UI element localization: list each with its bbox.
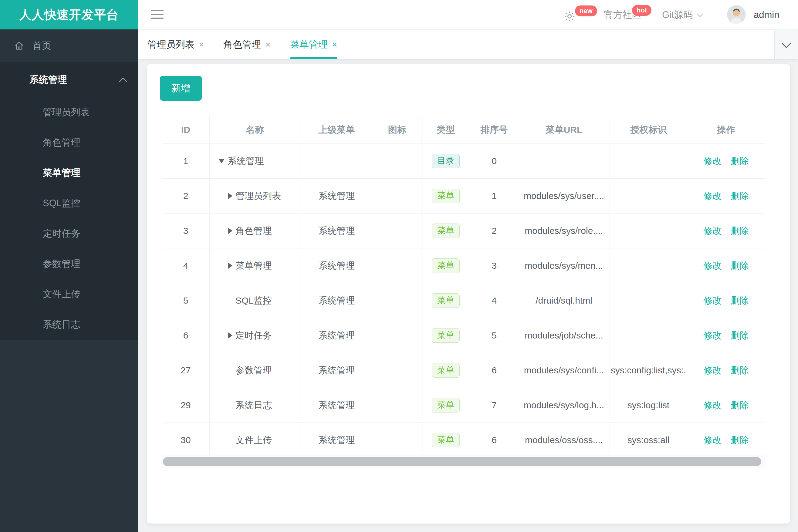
collapse-arrow-icon[interactable] [219,159,224,163]
home-icon [14,40,24,51]
brand-title: 人人快速开发平台 [19,6,119,23]
expand-arrow-icon[interactable] [228,263,233,269]
table-row: 4菜单管理系统管理菜单3modules/sys/men...修改删除 [162,248,765,283]
type-tag: 菜单 [432,398,460,413]
tab-1[interactable]: 角色管理× [224,30,271,59]
avatar[interactable] [727,5,746,24]
expand-arrow-icon[interactable] [228,332,233,339]
menu-name: 系统日志 [236,399,272,412]
cell-type: 菜单 [422,423,470,458]
cell-actions: 修改删除 [687,353,765,388]
cell-parent: 系统管理 [300,423,373,458]
arrow-spacer [228,405,233,405]
arrow-spacer [228,440,233,440]
cell-parent: 系统管理 [300,353,373,388]
delete-link[interactable]: 删除 [731,191,749,201]
edit-link[interactable]: 修改 [703,435,722,445]
sidebar-home-label: 首页 [33,39,51,52]
close-icon[interactable]: × [332,40,337,49]
tree-node: 菜单管理 [210,260,300,272]
type-tag: 菜单 [432,224,460,238]
tree-node: 定时任务 [210,329,300,342]
sidebar-item-home[interactable]: 首页 [0,30,138,62]
column-header-5: 排序号 [470,116,518,144]
cell-parent: 系统管理 [300,283,373,318]
sidebar-item-5[interactable]: 参数管理 [0,249,138,279]
type-tag: 菜单 [432,433,460,448]
sidebar-item-1[interactable]: 角色管理 [0,127,138,158]
delete-link[interactable]: 删除 [731,365,749,375]
menu-toggle-icon[interactable] [151,10,164,21]
delete-link[interactable]: 删除 [731,330,749,340]
cell-url: modules/oss/oss.... [518,423,610,458]
cell-order: 6 [470,423,518,458]
delete-link[interactable]: 删除 [731,435,749,445]
cell-type: 菜单 [422,283,470,318]
sidebar-item-3[interactable]: SQL监控 [0,188,138,218]
delete-link[interactable]: 删除 [731,226,749,236]
tab-label: 角色管理 [224,38,261,51]
cell-url: modules/sys/confi... [518,353,610,388]
gear-icon[interactable] [563,10,576,24]
sidebar-item-2[interactable]: 菜单管理 [0,158,138,188]
cell-parent [300,144,373,179]
table-row: 30文件上传系统管理菜单6modules/oss/oss....sys:oss:… [162,423,765,458]
expand-arrow-icon[interactable] [228,193,233,199]
cell-type: 菜单 [422,179,470,213]
sidebar-group-header[interactable]: 系统管理 [0,62,138,97]
menu-name: 管理员列表 [236,190,281,202]
edit-link[interactable]: 修改 [703,330,722,340]
sidebar-item-6[interactable]: 文件上传 [0,279,138,309]
cell-actions: 修改删除 [687,213,765,248]
column-header-4: 类型 [422,116,470,144]
scrollbar-thumb[interactable] [163,457,761,466]
edit-link[interactable]: 修改 [703,226,722,236]
tabs-expand-button[interactable] [774,30,798,59]
brand-logo[interactable]: 人人快速开发平台 [0,0,138,30]
cell-parent: 系统管理 [300,388,373,423]
delete-link[interactable]: 删除 [731,156,749,166]
edit-link[interactable]: 修改 [703,365,722,375]
edit-link[interactable]: 修改 [703,191,722,201]
username-menu[interactable]: admin [754,0,779,30]
edit-link[interactable]: 修改 [703,261,722,270]
cell-order: 0 [470,144,518,179]
menu-name: 角色管理 [236,225,272,237]
sidebar-item-0[interactable]: 管理员列表 [0,97,138,127]
type-tag: 菜单 [432,189,460,203]
cell-order: 7 [470,388,518,423]
cell-id: 30 [162,423,210,458]
close-icon[interactable]: × [265,40,271,49]
delete-link[interactable]: 删除 [731,400,749,410]
cell-icon [373,353,422,388]
top-header: new 官方社区 hot Git源码 admin [138,0,798,30]
delete-link[interactable]: 删除 [731,261,749,270]
cell-parent: 系统管理 [300,318,373,353]
table-row: 27参数管理系统管理菜单6modules/sys/confi...sys:con… [162,353,765,388]
add-button[interactable]: 新增 [160,76,202,101]
sidebar-item-7[interactable]: 系统日志 [0,309,138,340]
cell-id: 3 [162,213,210,248]
horizontal-scrollbar[interactable] [162,455,765,468]
cell-order: 1 [470,179,518,213]
add-button-label: 新增 [171,82,190,95]
cell-actions: 修改删除 [687,144,765,179]
cell-order: 5 [470,318,518,353]
expand-arrow-icon[interactable] [228,228,233,234]
cell-icon [373,248,422,283]
sidebar-item-4[interactable]: 定时任务 [0,218,138,249]
tab-0[interactable]: 管理员列表× [147,30,204,59]
cell-order: 2 [470,213,518,248]
edit-link[interactable]: 修改 [703,296,722,305]
cell-name: 参数管理 [210,353,300,388]
git-source-link[interactable]: Git源码 [662,0,702,30]
edit-link[interactable]: 修改 [703,156,722,166]
menu-name: 菜单管理 [236,260,272,272]
tab-2[interactable]: 菜单管理× [290,30,337,59]
cell-perms [610,318,687,353]
column-header-7: 授权标识 [610,116,687,144]
cell-icon [373,213,422,248]
edit-link[interactable]: 修改 [703,400,722,410]
delete-link[interactable]: 删除 [731,296,749,305]
close-icon[interactable]: × [199,40,204,49]
